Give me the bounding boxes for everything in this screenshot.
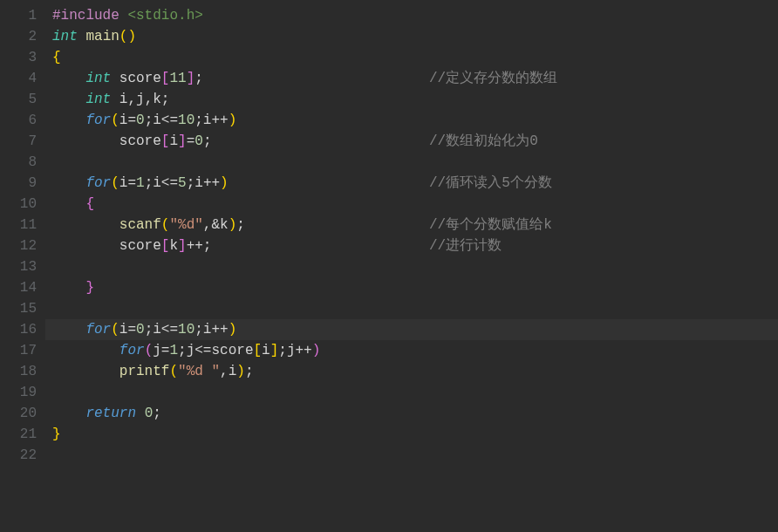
code-line[interactable]: } bbox=[45, 424, 778, 445]
operator-token: ++ bbox=[187, 238, 203, 254]
paren-token: ( bbox=[111, 175, 119, 191]
code-editor: 1 2 3 4 5 6 7 8 9 10 11 12 13 14 15 16 1… bbox=[0, 0, 778, 532]
brace-token: } bbox=[85, 280, 94, 296]
operator-token: ++ bbox=[211, 113, 228, 128]
paren-token: ) bbox=[229, 217, 237, 233]
identifier-token: ;i bbox=[194, 322, 211, 338]
comment-token: //定义存分数的数组 bbox=[429, 68, 557, 89]
type-token: int bbox=[85, 71, 111, 86]
identifier-token: i bbox=[119, 322, 128, 338]
operator-token: = bbox=[127, 113, 136, 128]
line-number: 11 bbox=[5, 215, 37, 235]
identifier-token: i bbox=[119, 113, 128, 128]
line-number: 10 bbox=[5, 194, 37, 215]
comment-token: //数组初始化为0 bbox=[429, 131, 538, 152]
punct-token: , bbox=[203, 217, 212, 233]
code-line[interactable] bbox=[45, 382, 778, 403]
number-token: 0 bbox=[136, 113, 145, 128]
identifier-token: ;i bbox=[194, 113, 211, 128]
line-number: 5 bbox=[5, 89, 37, 110]
keyword-token: for bbox=[85, 322, 111, 338]
code-line[interactable]: for(i=0;i<=10;i++) bbox=[45, 110, 778, 131]
line-number: 19 bbox=[5, 382, 37, 403]
code-line[interactable]: int score[11];//定义存分数的数组 bbox=[45, 68, 778, 89]
number-token: 0 bbox=[145, 406, 154, 421]
identifier-token: k bbox=[169, 238, 178, 254]
identifier-token: i bbox=[169, 133, 178, 149]
punct-token: ; bbox=[203, 238, 212, 254]
punct-token: ; bbox=[203, 133, 212, 149]
code-line[interactable]: #include <stdio.h> bbox=[45, 5, 778, 26]
code-line[interactable]: for(i=1;i<=5;i++)//循环读入5个分数 bbox=[45, 173, 778, 194]
operator-token: ++ bbox=[203, 175, 220, 191]
punct-token: ; bbox=[245, 364, 254, 379]
number-token: 10 bbox=[178, 113, 194, 128]
code-line-highlighted[interactable]: for(i=0;i<=10;i++) bbox=[45, 319, 778, 340]
function-token: printf bbox=[119, 364, 170, 379]
paren-token: ( bbox=[169, 364, 178, 379]
identifier-token: k bbox=[220, 217, 229, 233]
code-line[interactable]: int main() bbox=[45, 26, 778, 47]
punct-token: , bbox=[220, 364, 229, 379]
line-number-gutter: 1 2 3 4 5 6 7 8 9 10 11 12 13 14 15 16 1… bbox=[0, 0, 45, 532]
code-line[interactable]: for(j=1;j<=score[i];j++) bbox=[45, 340, 778, 361]
brace-token: { bbox=[85, 196, 94, 212]
identifier-token: ;i bbox=[145, 322, 161, 338]
operator-token: <= bbox=[194, 343, 211, 358]
identifier-token: score bbox=[119, 238, 161, 254]
operator-token: = bbox=[127, 322, 136, 338]
code-line[interactable]: return 0; bbox=[45, 403, 778, 424]
line-number: 9 bbox=[5, 173, 37, 194]
operator-token: = bbox=[187, 133, 195, 149]
bracket-token: [ bbox=[161, 238, 170, 254]
line-number: 3 bbox=[5, 47, 37, 68]
brace-token: } bbox=[52, 426, 61, 442]
punct-token: ; bbox=[236, 217, 245, 233]
function-token: scanf bbox=[119, 217, 161, 233]
preprocessor-token: #include bbox=[52, 8, 119, 24]
code-line[interactable] bbox=[45, 445, 778, 466]
line-number: 8 bbox=[5, 152, 37, 173]
code-line[interactable] bbox=[45, 298, 778, 319]
string-token: "%d " bbox=[178, 364, 220, 379]
line-number: 21 bbox=[5, 424, 37, 445]
code-area[interactable]: #include <stdio.h> int main() { int scor… bbox=[45, 0, 778, 532]
type-token: int bbox=[52, 29, 78, 44]
comment-token: //每个分数赋值给k bbox=[429, 215, 552, 235]
keyword-token: for bbox=[85, 113, 111, 128]
number-token: 10 bbox=[178, 322, 194, 338]
identifier-token: i bbox=[119, 175, 128, 191]
code-line[interactable] bbox=[45, 152, 778, 173]
code-line[interactable]: printf("%d ",i); bbox=[45, 361, 778, 382]
number-token: 1 bbox=[169, 343, 178, 358]
number-token: 11 bbox=[169, 71, 186, 86]
paren-token: ) bbox=[229, 322, 237, 338]
paren-token: ( bbox=[111, 113, 119, 128]
brace-token: { bbox=[52, 50, 61, 65]
paren-token: ) bbox=[220, 175, 229, 191]
code-line[interactable]: score[i]=0;//数组初始化为0 bbox=[45, 131, 778, 152]
line-number: 6 bbox=[5, 110, 37, 131]
code-line[interactable]: { bbox=[45, 194, 778, 215]
code-line[interactable]: { bbox=[45, 47, 778, 68]
code-line[interactable]: } bbox=[45, 277, 778, 298]
code-line[interactable]: scanf("%d",&k);//每个分数赋值给k bbox=[45, 215, 778, 235]
bracket-token: ] bbox=[187, 71, 195, 86]
code-line[interactable] bbox=[45, 256, 778, 277]
line-number: 18 bbox=[5, 361, 37, 382]
paren-token: ) bbox=[229, 113, 237, 128]
operator-token: = bbox=[161, 343, 170, 358]
line-number: 14 bbox=[5, 277, 37, 298]
function-token: main bbox=[85, 29, 119, 44]
operator-token: & bbox=[211, 217, 220, 233]
keyword-token: return bbox=[85, 406, 136, 421]
number-token: 0 bbox=[194, 133, 203, 149]
paren-token: ) bbox=[312, 343, 321, 358]
code-line[interactable]: score[k]++;//进行计数 bbox=[45, 235, 778, 256]
number-token: 1 bbox=[136, 175, 145, 191]
line-number: 16 bbox=[5, 319, 37, 340]
identifier-token: ;j bbox=[278, 343, 295, 358]
paren-token: ( bbox=[111, 322, 119, 338]
code-line[interactable]: int i,j,k; bbox=[45, 89, 778, 110]
type-token: int bbox=[85, 92, 111, 107]
